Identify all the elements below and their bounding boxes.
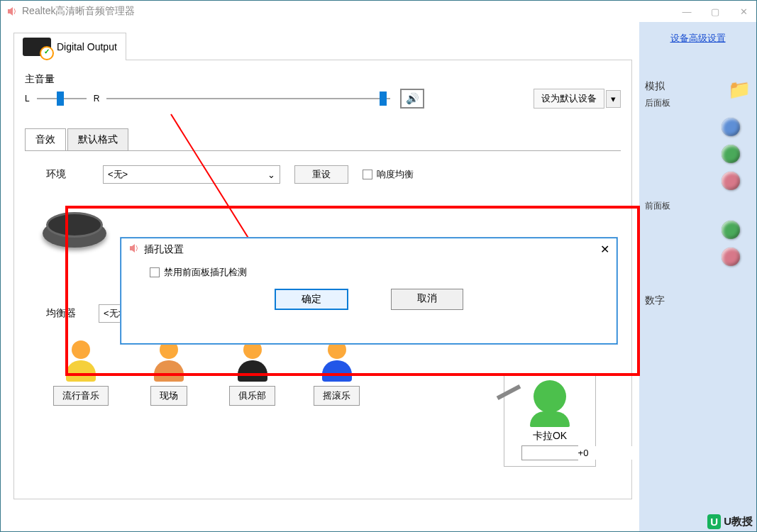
front-panel-label: 前面板 — [645, 200, 751, 212]
folder-icon[interactable]: 📁 — [728, 79, 751, 101]
side-panel: 设备高级设置 📁 模拟 后面板 前面板 数字 — [639, 22, 756, 531]
dialog-body: 禁用前面板插孔检测 确定 取消 — [121, 260, 617, 316]
preset-pop-button[interactable]: 流行音乐 — [53, 386, 109, 406]
preset-rock: 摇滚乐 — [314, 340, 360, 406]
dialog-ok-button[interactable]: 确定 — [275, 289, 348, 310]
back-jacks — [717, 118, 745, 190]
preset-live-button[interactable]: 现场 — [150, 386, 187, 406]
karaoke-box: 卡拉OK ▲▼ — [504, 374, 596, 467]
jack-pink-front[interactable] — [722, 248, 740, 266]
dialog-cancel-button[interactable]: 取消 — [391, 289, 463, 310]
device-tab[interactable]: Digital Output — [13, 33, 126, 60]
preset-rock-button[interactable]: 摇滚乐 — [314, 386, 360, 406]
dialog-titlebar: 插孔设置 ✕ — [121, 238, 617, 260]
volume-label: 主音量 — [25, 73, 621, 86]
environment-reset-button[interactable]: 重设 — [294, 165, 348, 184]
volume-row: L R 🔊 设为默认设备 ▾ — [25, 89, 621, 109]
balance-right-label: R — [94, 94, 100, 104]
environment-row: 环境 <无> ⌄ 重设 响度均衡 — [46, 165, 614, 184]
app-window: Realtek高清晰音频管理器 — ▢ ✕ Digital Output 主音量… — [0, 0, 757, 532]
loudness-checkbox[interactable] — [363, 170, 372, 179]
window-title: Realtek高清晰音频管理器 — [22, 5, 680, 18]
window-controls: — ▢ ✕ — [680, 6, 751, 17]
svg-marker-0 — [8, 7, 13, 16]
karaoke-spinner[interactable]: ▲▼ — [521, 445, 578, 460]
master-volume-slider[interactable] — [106, 92, 390, 106]
environment-label: 环境 — [46, 168, 89, 181]
jack-green[interactable] — [722, 145, 740, 163]
environment-combo[interactable]: <无> ⌄ — [103, 165, 280, 184]
person-icon — [534, 380, 566, 413]
tab-effects[interactable]: 音效 — [25, 128, 66, 150]
tab-default-format[interactable]: 默认格式 — [67, 128, 128, 150]
environment-value: <无> — [108, 168, 128, 181]
digital-label: 数字 — [645, 294, 751, 307]
speaker-icon — [128, 243, 140, 256]
dialog-close-button[interactable]: ✕ — [600, 243, 609, 256]
set-default-button[interactable]: 设为默认设备 — [534, 89, 604, 109]
preset-pop: 流行音乐 — [53, 340, 109, 406]
default-device-control: 设为默认设备 ▾ — [534, 89, 621, 109]
balance-slider[interactable] — [37, 92, 87, 106]
disable-front-jack-label: 禁用前面板插孔检测 — [164, 266, 247, 279]
equalizer-label: 均衡器 — [46, 307, 89, 320]
jack-pink[interactable] — [722, 172, 740, 190]
karaoke-value[interactable] — [522, 446, 644, 460]
loudness-label: 响度均衡 — [377, 168, 414, 181]
maximize-button[interactable]: ▢ — [708, 6, 722, 17]
svg-marker-6 — [130, 244, 135, 253]
device-label: Digital Output — [57, 41, 117, 52]
preset-live: 现场 — [147, 340, 191, 406]
preset-club: 俱乐部 — [229, 340, 275, 406]
speaker-icon — [6, 6, 18, 17]
chevron-down-icon: ⌄ — [267, 170, 275, 180]
jack-blue[interactable] — [722, 118, 740, 136]
mute-button[interactable]: 🔊 — [400, 89, 424, 109]
titlebar: Realtek高清晰音频管理器 — ▢ ✕ — [1, 1, 756, 22]
jack-green-front[interactable] — [722, 221, 740, 239]
loudness-checkbox-row[interactable]: 响度均衡 — [363, 168, 414, 181]
watermark-logo: U — [707, 514, 721, 529]
subtabs: 音效 默认格式 — [25, 128, 621, 150]
balance-left-label: L — [25, 94, 30, 104]
device-icon — [23, 38, 51, 56]
default-dropdown-arrow[interactable]: ▾ — [606, 90, 621, 108]
advanced-settings-link[interactable]: 设备高级设置 — [645, 32, 751, 45]
minimize-button[interactable]: — — [680, 6, 694, 17]
jack-settings-dialog: 插孔设置 ✕ 禁用前面板插孔检测 确定 取消 — [121, 238, 617, 344]
disable-front-jack-row[interactable]: 禁用前面板插孔检测 — [150, 266, 588, 279]
dialog-title: 插孔设置 — [144, 243, 184, 256]
dialog-buttons: 确定 取消 — [150, 289, 588, 310]
preset-club-button[interactable]: 俱乐部 — [229, 386, 275, 406]
watermark-text: U教授 — [724, 515, 753, 528]
front-jacks — [717, 221, 745, 266]
speaker-preview — [43, 201, 121, 254]
watermark: U U教授 — [707, 514, 753, 529]
disable-front-jack-checkbox[interactable] — [150, 267, 160, 277]
karaoke-label: 卡拉OK — [510, 430, 590, 443]
close-button[interactable]: ✕ — [736, 6, 751, 17]
